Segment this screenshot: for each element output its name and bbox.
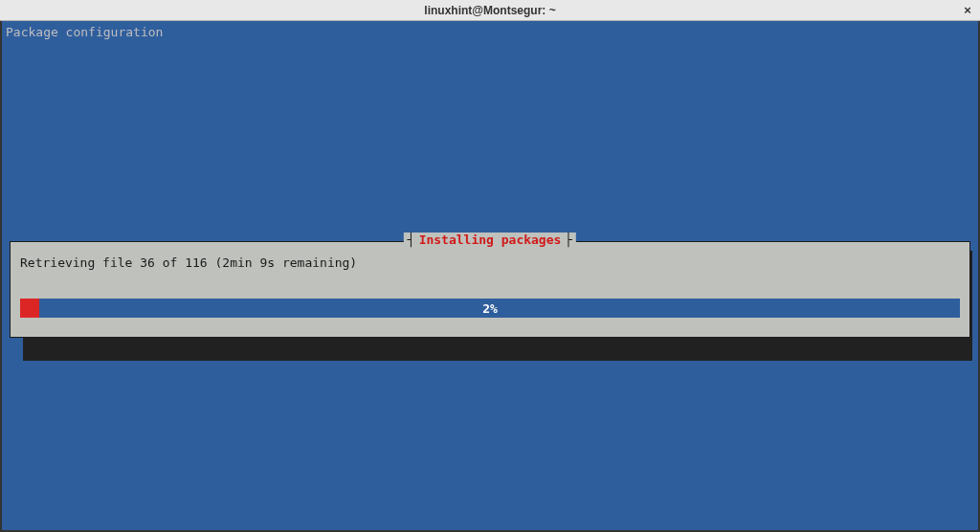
window-title: linuxhint@Montsegur: ~: [424, 4, 555, 17]
dialog-container: ┤ Installing packages ├ Retrieving file …: [10, 241, 970, 338]
status-text: Retrieving file 36 of 116 (2min 9s remai…: [20, 255, 960, 270]
page-title: Package configuration: [6, 25, 163, 39]
app-window: linuxhint@Montsegur: ~ × Package configu…: [0, 0, 980, 532]
terminal-screen: Package configuration ┤ Installing packa…: [0, 21, 980, 532]
title-deco-left: ┤: [408, 233, 415, 247]
progress-label: 2%: [482, 301, 498, 316]
window-titlebar[interactable]: linuxhint@Montsegur: ~ ×: [0, 0, 980, 21]
progress-fill: [20, 299, 39, 318]
install-dialog: ┤ Installing packages ├ Retrieving file …: [10, 241, 970, 338]
dialog-title: Installing packages: [419, 233, 562, 247]
progress-bar: 2%: [20, 299, 960, 318]
close-icon[interactable]: ×: [961, 4, 974, 17]
title-deco-right: ├: [565, 233, 572, 247]
dialog-title-wrap: ┤ Installing packages ├: [404, 233, 576, 247]
